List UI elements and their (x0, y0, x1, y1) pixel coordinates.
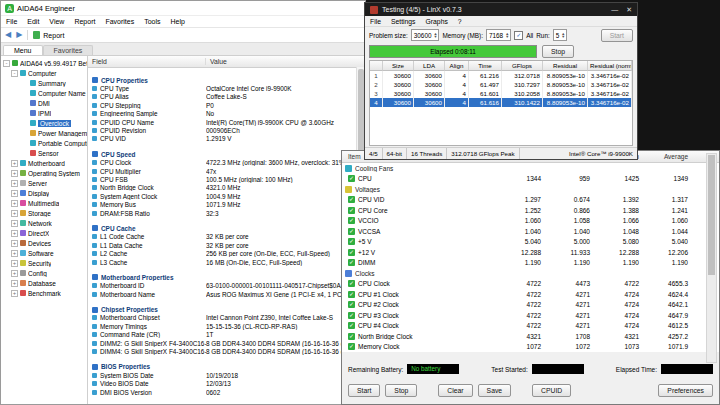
menu-item[interactable]: File (365, 18, 386, 25)
table-row[interactable]: Motherboard ID 63-0100-000001-00101111-0… (88, 282, 365, 290)
report-button[interactable]: Report (33, 31, 64, 39)
stop-button[interactable]: Stop (542, 45, 574, 58)
checkbox-icon[interactable] (348, 259, 355, 266)
expand-icon[interactable] (21, 80, 28, 87)
expand-icon[interactable]: + (11, 250, 18, 257)
menu-item[interactable]: Edit (22, 18, 44, 25)
header-index[interactable] (370, 61, 383, 71)
table-row[interactable]: Video BIOS Date 12/03/13 (88, 380, 365, 388)
sensor-row[interactable]: VCCSA 1.040 1.040 1.048 1.044 (342, 226, 719, 237)
column-header-field[interactable]: Field (88, 58, 206, 65)
close-icon[interactable]: ✕ (626, 6, 632, 14)
sensor-row[interactable]: Cooling Fans (342, 163, 719, 174)
all-checkbox[interactable] (514, 31, 523, 40)
table-row[interactable]: CPUID CPU Name Intel(R) Core(TM) i9-9900… (88, 118, 365, 126)
table-row[interactable]: CPU Properties (88, 76, 365, 84)
table-row[interactable]: L1 Data Cache 32 KB per core (88, 241, 365, 249)
tree-item[interactable]: DMI (1, 98, 87, 108)
header-size[interactable]: Size (383, 61, 414, 71)
table-row[interactable]: System BIOS Date 10/19/2018 (88, 371, 365, 379)
table-row[interactable]: System Agent Clock 1004.9 MHz (88, 192, 365, 200)
table-row[interactable]: CPU Cache (88, 224, 365, 232)
menu-item[interactable]: File (1, 18, 22, 25)
sensor-row[interactable]: CPU VID 1.297 0.674 1.392 1.317 (342, 195, 719, 206)
sensor-row[interactable]: +12 V 12.288 11.933 12.288 12.206 (342, 247, 719, 258)
stability-button[interactable]: Preferences (658, 384, 713, 397)
expand-icon[interactable] (21, 150, 28, 157)
sensor-row[interactable]: CPU Clock 4722 4473 4722 4655.3 (342, 279, 719, 290)
menu-item[interactable]: ? (453, 18, 467, 25)
sensor-row[interactable]: Clocks (342, 268, 719, 279)
tree-item[interactable]: Power Management (1, 128, 87, 138)
sensor-row[interactable]: CPU #4 Clock 4722 4271 4724 4612.5 (342, 321, 719, 332)
run-input[interactable]: 5▲▼ (553, 29, 568, 41)
tree-item[interactable]: + Server (1, 178, 87, 188)
checkbox-icon[interactable] (348, 217, 355, 224)
sensor-row[interactable]: CPU 1344 959 1425 1349 (342, 174, 719, 185)
tab-favorites[interactable]: Favorites (43, 45, 94, 55)
expand-icon[interactable]: + (11, 190, 18, 197)
expand-icon[interactable]: - (11, 70, 18, 77)
sensor-row[interactable]: CPU #3 Clock 4722 4271 4724 4647.9 (342, 310, 719, 321)
spinner-arrows-icon[interactable]: ▲▼ (505, 32, 509, 38)
minimize-icon[interactable]: — (611, 6, 618, 14)
tree-item[interactable]: IPMI (1, 108, 87, 118)
forward-icon[interactable]: ▶ (16, 31, 22, 39)
tree-item[interactable]: Summary (1, 78, 87, 88)
table-row[interactable]: Engineering Sample No (88, 110, 365, 118)
checkbox-icon[interactable] (348, 312, 355, 319)
sensor-scrollbar[interactable] (706, 153, 717, 363)
expand-icon[interactable]: + (11, 290, 18, 297)
tree-item[interactable]: Computer Name (1, 88, 87, 98)
table-row[interactable]: Motherboard Chipset Intel Cannon Point Z… (88, 314, 365, 322)
tab-menu[interactable]: Menu (3, 45, 43, 55)
checkbox-icon[interactable] (348, 333, 355, 340)
sensor-row[interactable]: Voltages (342, 184, 719, 195)
start-button[interactable]: Start (601, 29, 633, 42)
result-row[interactable]: 2 30600 30600 4 61.497 310.7297 8.809053… (370, 80, 632, 89)
result-row[interactable]: 4 30600 30600 4 61.616 310.1422 8.809053… (370, 98, 632, 107)
expand-icon[interactable]: + (11, 210, 18, 217)
expand-icon[interactable]: + (11, 170, 18, 177)
expand-icon[interactable]: + (11, 200, 18, 207)
tree-item[interactable]: Sensor (1, 148, 87, 158)
expand-icon[interactable]: + (11, 280, 18, 287)
aida64-titlebar[interactable]: A AIDA64 Engineer (1, 1, 365, 16)
linx-titlebar[interactable]: Testing (4/5) - LinX v0.7.3 — ✕ (365, 3, 637, 16)
menu-item[interactable]: Favorites (100, 18, 139, 25)
spinner-arrows-icon[interactable]: ▲▼ (561, 32, 565, 38)
scrollbar-thumb[interactable] (708, 155, 715, 275)
expand-icon[interactable]: - (3, 60, 10, 67)
stability-button[interactable]: CPUID (532, 384, 571, 397)
expand-icon[interactable]: + (11, 260, 18, 267)
table-row[interactable]: L2 Cache 256 KB per core (On-Die, ECC, F… (88, 249, 365, 257)
sensor-header-average[interactable]: Average (639, 153, 688, 160)
menu-item[interactable]: Graphs (421, 18, 453, 25)
tree-item[interactable]: + Devices (1, 238, 87, 248)
sensor-row[interactable]: VCCIO 1.060 1.058 1.066 1.060 (342, 216, 719, 227)
expand-icon[interactable] (21, 110, 28, 117)
sensor-row[interactable]: +5 V 5.040 5.000 5.080 5.040 (342, 237, 719, 248)
table-row[interactable]: CPU Multiplier 47x (88, 167, 365, 175)
header-residual-norm[interactable]: Residual (norm.) (588, 61, 632, 71)
checkbox-icon[interactable] (348, 249, 355, 256)
expand-icon[interactable] (21, 130, 28, 137)
result-row[interactable]: 1 30600 30600 4 61.216 312.0718 8.809053… (370, 71, 632, 80)
expand-icon[interactable] (21, 100, 28, 107)
expand-icon[interactable] (21, 120, 28, 127)
tree-item[interactable]: + Motherboard (1, 158, 87, 168)
header-time[interactable]: Time (469, 61, 502, 71)
tree-item[interactable]: + Storage (1, 208, 87, 218)
table-row[interactable]: Motherboard Properties (88, 273, 365, 281)
checkbox-icon[interactable] (348, 228, 355, 235)
header-residual[interactable]: Residual (543, 61, 588, 71)
table-row[interactable]: DMI BIOS Version 0602 (88, 388, 365, 396)
table-row[interactable]: CPUID Revision 000906ECh (88, 126, 365, 134)
stability-button[interactable]: Stop (385, 384, 417, 397)
tree-item[interactable]: + Benchmark (1, 288, 87, 298)
stability-button[interactable]: Start (348, 384, 380, 397)
checkbox-icon[interactable] (348, 238, 355, 245)
sensor-row[interactable]: Memory Clock 1072 1072 1073 1071.9 (342, 342, 719, 353)
table-row[interactable]: DRAM:FSB Ratio 32:3 (88, 209, 365, 217)
header-lda[interactable]: LDA (414, 61, 445, 71)
